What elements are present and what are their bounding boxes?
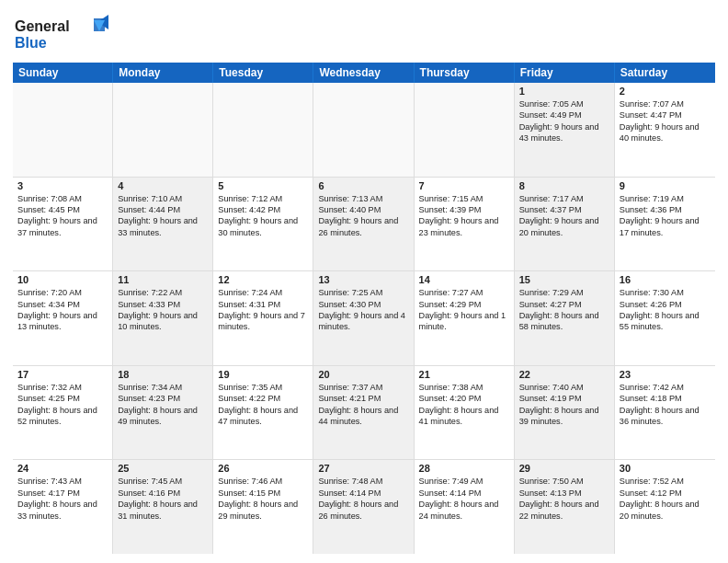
day-number: 21 <box>419 369 509 380</box>
calendar-cell-4-2: 26Sunrise: 7:46 AMSunset: 4:15 PMDayligh… <box>213 460 313 554</box>
cell-info: Daylight: 8 hours and 47 minutes. <box>218 405 308 428</box>
cell-info: Daylight: 8 hours and 29 minutes. <box>218 499 308 522</box>
calendar-cell-4-1: 25Sunrise: 7:45 AMSunset: 4:16 PMDayligh… <box>113 460 213 554</box>
calendar-row-3: 17Sunrise: 7:32 AMSunset: 4:25 PMDayligh… <box>13 366 715 461</box>
cell-info: Daylight: 9 hours and 30 minutes. <box>218 215 308 238</box>
calendar-cell-2-0: 10Sunrise: 7:20 AMSunset: 4:34 PMDayligh… <box>13 271 113 365</box>
cell-info: Daylight: 9 hours and 20 minutes. <box>519 215 609 238</box>
cell-info: Sunrise: 7:27 AM <box>419 287 509 298</box>
cell-info: Sunset: 4:26 PM <box>620 299 711 310</box>
calendar-cell-4-6: 30Sunrise: 7:52 AMSunset: 4:12 PMDayligh… <box>615 460 715 554</box>
cell-info: Sunrise: 7:34 AM <box>118 382 208 393</box>
cell-info: Sunrise: 7:46 AM <box>218 476 308 487</box>
day-number: 9 <box>620 180 711 191</box>
day-number: 3 <box>17 180 108 191</box>
cell-info: Sunset: 4:30 PM <box>318 299 408 310</box>
calendar-cell-1-1: 4Sunrise: 7:10 AMSunset: 4:44 PMDaylight… <box>113 178 213 271</box>
cell-info: Daylight: 8 hours and 33 minutes. <box>17 499 108 522</box>
calendar-cell-2-6: 16Sunrise: 7:30 AMSunset: 4:26 PMDayligh… <box>615 271 715 365</box>
calendar-cell-4-0: 24Sunrise: 7:43 AMSunset: 4:17 PMDayligh… <box>13 460 113 554</box>
calendar-row-2: 10Sunrise: 7:20 AMSunset: 4:34 PMDayligh… <box>13 271 715 366</box>
calendar-cell-0-2 <box>213 83 313 177</box>
cell-info: Sunrise: 7:12 AM <box>218 193 308 204</box>
cell-info: Daylight: 9 hours and 1 minute. <box>419 310 509 333</box>
cell-info: Sunset: 4:14 PM <box>318 488 408 499</box>
calendar-cell-0-0 <box>13 83 113 177</box>
calendar-cell-4-3: 27Sunrise: 7:48 AMSunset: 4:14 PMDayligh… <box>313 460 414 554</box>
header-day-friday: Friday <box>515 63 615 83</box>
cell-info: Sunset: 4:29 PM <box>419 299 509 310</box>
calendar-cell-4-5: 29Sunrise: 7:50 AMSunset: 4:13 PMDayligh… <box>515 460 615 554</box>
cell-info: Sunrise: 7:24 AM <box>218 287 308 298</box>
cell-info: Daylight: 9 hours and 40 minutes. <box>620 121 711 144</box>
cell-info: Sunrise: 7:52 AM <box>620 476 711 487</box>
calendar-row-1: 3Sunrise: 7:08 AMSunset: 4:45 PMDaylight… <box>13 178 715 272</box>
calendar-cell-3-1: 18Sunrise: 7:34 AMSunset: 4:23 PMDayligh… <box>113 366 213 460</box>
cell-info: Daylight: 9 hours and 7 minutes. <box>218 310 308 333</box>
calendar-cell-2-2: 12Sunrise: 7:24 AMSunset: 4:31 PMDayligh… <box>213 271 313 365</box>
cell-info: Daylight: 8 hours and 55 minutes. <box>620 310 711 333</box>
cell-info: Sunset: 4:22 PM <box>218 393 308 404</box>
cell-info: Daylight: 8 hours and 36 minutes. <box>620 405 711 428</box>
cell-info: Sunrise: 7:48 AM <box>318 476 408 487</box>
calendar-cell-2-1: 11Sunrise: 7:22 AMSunset: 4:33 PMDayligh… <box>113 271 213 365</box>
cell-info: Sunset: 4:33 PM <box>118 299 208 310</box>
day-number: 18 <box>118 369 208 380</box>
day-number: 28 <box>419 463 509 474</box>
cell-info: Sunrise: 7:32 AM <box>17 382 108 393</box>
cell-info: Daylight: 9 hours and 43 minutes. <box>519 121 609 144</box>
day-number: 19 <box>218 369 308 380</box>
cell-info: Sunrise: 7:19 AM <box>620 193 711 204</box>
cell-info: Sunrise: 7:35 AM <box>218 382 308 393</box>
cell-info: Sunset: 4:27 PM <box>519 299 609 310</box>
cell-info: Daylight: 9 hours and 13 minutes. <box>17 310 108 333</box>
cell-info: Sunset: 4:15 PM <box>218 488 308 499</box>
cell-info: Sunset: 4:23 PM <box>118 393 208 404</box>
calendar-header: SundayMondayTuesdayWednesdayThursdayFrid… <box>13 63 715 83</box>
cell-info: Daylight: 9 hours and 10 minutes. <box>118 310 208 333</box>
cell-info: Daylight: 8 hours and 31 minutes. <box>118 499 208 522</box>
cell-info: Daylight: 8 hours and 26 minutes. <box>318 499 408 522</box>
cell-info: Sunrise: 7:20 AM <box>17 287 108 298</box>
cell-info: Sunrise: 7:07 AM <box>620 98 711 109</box>
logo-text: General Blue <box>13 13 114 57</box>
svg-text:Blue: Blue <box>15 35 47 51</box>
calendar-cell-0-1 <box>113 83 213 177</box>
day-number: 17 <box>17 369 108 380</box>
calendar-cell-3-5: 22Sunrise: 7:40 AMSunset: 4:19 PMDayligh… <box>515 366 615 460</box>
cell-info: Sunset: 4:40 PM <box>318 204 408 215</box>
cell-info: Sunrise: 7:43 AM <box>17 476 108 487</box>
cell-info: Sunset: 4:31 PM <box>218 299 308 310</box>
calendar: SundayMondayTuesdayWednesdayThursdayFrid… <box>13 63 715 554</box>
cell-info: Sunrise: 7:05 AM <box>519 98 609 109</box>
cell-info: Sunset: 4:45 PM <box>17 204 108 215</box>
calendar-cell-3-0: 17Sunrise: 7:32 AMSunset: 4:25 PMDayligh… <box>13 366 113 460</box>
calendar-cell-3-2: 19Sunrise: 7:35 AMSunset: 4:22 PMDayligh… <box>213 366 313 460</box>
day-number: 27 <box>318 463 408 474</box>
day-number: 20 <box>318 369 408 380</box>
day-number: 8 <box>519 180 609 191</box>
day-number: 12 <box>218 274 308 285</box>
cell-info: Sunset: 4:44 PM <box>118 204 208 215</box>
day-number: 23 <box>620 369 711 380</box>
cell-info: Sunset: 4:47 PM <box>620 109 711 121</box>
day-number: 13 <box>318 274 408 285</box>
calendar-cell-4-4: 28Sunrise: 7:49 AMSunset: 4:14 PMDayligh… <box>415 460 515 554</box>
day-number: 14 <box>419 274 509 285</box>
header-day-saturday: Saturday <box>615 63 715 83</box>
calendar-cell-0-3 <box>313 83 414 177</box>
calendar-cell-0-4 <box>415 83 515 177</box>
cell-info: Daylight: 9 hours and 33 minutes. <box>118 215 208 238</box>
calendar-cell-3-3: 20Sunrise: 7:37 AMSunset: 4:21 PMDayligh… <box>313 366 414 460</box>
cell-info: Sunrise: 7:49 AM <box>419 476 509 487</box>
header-day-tuesday: Tuesday <box>213 63 313 83</box>
day-number: 11 <box>118 274 208 285</box>
header: General Blue <box>13 9 715 57</box>
cell-info: Sunrise: 7:30 AM <box>620 287 711 298</box>
calendar-cell-1-2: 5Sunrise: 7:12 AMSunset: 4:42 PMDaylight… <box>213 178 313 271</box>
day-number: 6 <box>318 180 408 191</box>
day-number: 10 <box>17 274 108 285</box>
calendar-cell-1-4: 7Sunrise: 7:15 AMSunset: 4:39 PMDaylight… <box>415 178 515 271</box>
day-number: 26 <box>218 463 308 474</box>
cell-info: Sunrise: 7:15 AM <box>419 193 509 204</box>
